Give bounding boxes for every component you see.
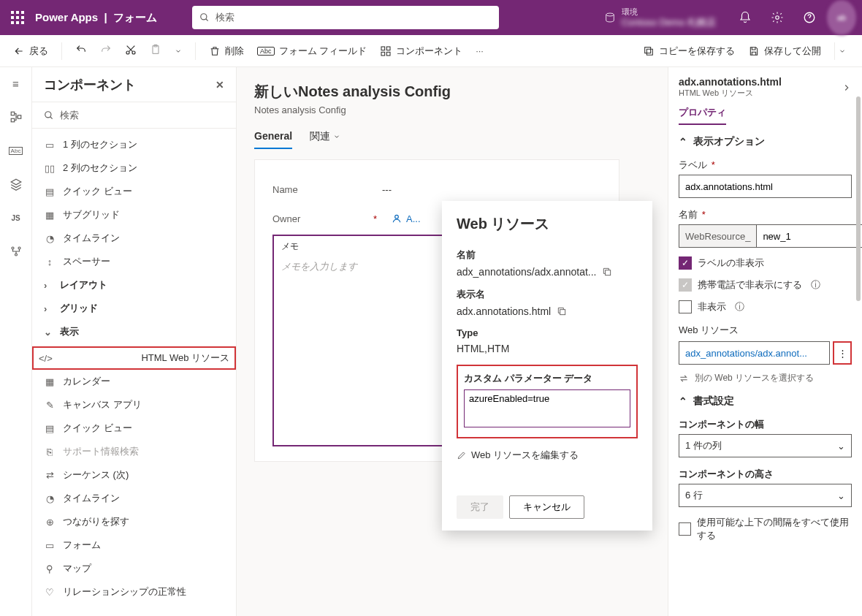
- user-avatar[interactable]: ab: [827, 0, 856, 35]
- list-item[interactable]: ▤クイック ビュー: [32, 180, 236, 203]
- svg-rect-23: [606, 270, 611, 275]
- field-name[interactable]: Name ---: [272, 175, 601, 204]
- page-title: 新しいNotes analysis Config: [254, 82, 650, 102]
- web-resource-more-button[interactable]: ⋮: [833, 341, 852, 365]
- scrollbar[interactable]: [856, 96, 861, 301]
- cut-button[interactable]: [125, 44, 137, 58]
- tab-general[interactable]: General: [254, 130, 292, 149]
- undo-icon: [75, 44, 87, 56]
- rail-code-icon[interactable]: JS: [4, 206, 28, 229]
- list-item[interactable]: ▭フォーム: [32, 533, 236, 557]
- group-display[interactable]: ⌄表示: [32, 320, 236, 343]
- list-item[interactable]: ▦カレンダー: [32, 370, 236, 393]
- settings-icon[interactable]: [763, 0, 792, 35]
- rail-layers-icon[interactable]: [4, 172, 28, 196]
- form-canvas: 新しいNotes analysis Config Notes analysis …: [237, 67, 668, 616]
- list-item[interactable]: ♡リレーションシップの正常性: [32, 580, 236, 604]
- component-button[interactable]: コンポーネント: [380, 45, 462, 58]
- environment-picker[interactable]: 環境 Contoso Demo 札幌店: [604, 7, 716, 28]
- undo-button[interactable]: [75, 44, 87, 58]
- components-panel-header: コンポーネント ✕: [32, 67, 236, 102]
- info-icon[interactable]: ⓘ: [735, 300, 744, 313]
- cancel-button[interactable]: キャンセル: [509, 495, 584, 519]
- notifications-icon[interactable]: [731, 0, 760, 35]
- chevron-down-icon[interactable]: [175, 47, 182, 55]
- section-display-options[interactable]: ⌃表示オプション: [679, 135, 852, 148]
- list-item[interactable]: ✎キャンバス アプリ: [32, 393, 236, 417]
- section-format[interactable]: ⌃書式設定: [679, 395, 852, 408]
- list-item[interactable]: ↕スペーサー: [32, 250, 236, 273]
- svg-rect-13: [645, 47, 651, 53]
- list-item[interactable]: ⇄シーケンス (次): [32, 463, 236, 487]
- form-field-icon: Abc: [257, 47, 275, 56]
- hide-checkbox[interactable]: 非表示ⓘ: [679, 300, 852, 313]
- copy-icon[interactable]: [602, 267, 612, 277]
- top-actions: ab: [731, 0, 856, 35]
- edit-web-resource-link[interactable]: Web リソースを編集する: [457, 449, 638, 462]
- properties-panel: adx.annotations.html HTML Web リソース プロパティ…: [668, 67, 862, 616]
- tab-properties[interactable]: プロパティ: [679, 106, 726, 125]
- list-item-html-web-resource[interactable]: </>HTML Web リソース: [32, 346, 236, 370]
- group-grid[interactable]: ›グリッド: [32, 297, 236, 320]
- app-launcher-icon[interactable]: [6, 6, 29, 29]
- list-item[interactable]: ▯▯2 列のセクション: [32, 156, 236, 180]
- svg-line-1: [206, 19, 208, 21]
- done-button[interactable]: 完了: [457, 495, 503, 519]
- list-item: ⎘サポート情報検索: [32, 440, 236, 463]
- paste-button[interactable]: [150, 44, 161, 58]
- rail-tree-icon[interactable]: [4, 105, 28, 129]
- back-button[interactable]: 戻る: [13, 45, 48, 58]
- svg-point-3: [776, 16, 779, 20]
- svg-line-21: [50, 116, 53, 118]
- save-publish-icon: [748, 45, 760, 57]
- list-item[interactable]: ▭1 列のセクション: [32, 133, 236, 156]
- svg-point-19: [15, 254, 17, 256]
- custom-parameter-highlight: カスタム パラメーター データ: [457, 365, 638, 438]
- delete-button[interactable]: 削除: [209, 45, 244, 58]
- back-arrow-icon: [13, 45, 25, 57]
- save-publish-button[interactable]: 保存して公開: [748, 45, 821, 58]
- info-icon[interactable]: ⓘ: [811, 278, 820, 292]
- list-item[interactable]: ▤クイック ビュー: [32, 417, 236, 440]
- components-panel: コンポーネント ✕ 検索 ▭1 列のセクション ▯▯2 列のセクション ▤クイッ…: [32, 67, 237, 616]
- form-field-button[interactable]: Abc フォーム フィールド: [257, 45, 367, 58]
- components-search[interactable]: 検索: [32, 102, 236, 129]
- save-split-chevron[interactable]: [834, 42, 849, 60]
- copy-icon[interactable]: [557, 306, 567, 316]
- svg-point-17: [12, 247, 14, 249]
- rail-data-icon[interactable]: [4, 240, 28, 263]
- close-icon[interactable]: ✕: [216, 79, 224, 91]
- label-input[interactable]: [679, 175, 852, 198]
- component-icon: [380, 45, 392, 57]
- chevron-right-icon[interactable]: [842, 83, 852, 93]
- list-item[interactable]: ▦サブグリッド: [32, 203, 236, 227]
- use-space-checkbox[interactable]: 使用可能な上下の間隔をすべて使用する: [679, 516, 852, 542]
- custom-parameter-input[interactable]: [464, 389, 630, 427]
- component-height-select[interactable]: 6 行⌄: [679, 484, 852, 507]
- help-icon[interactable]: [795, 0, 824, 35]
- list-item[interactable]: ◔タイムライン: [32, 487, 236, 510]
- rail-field-icon[interactable]: Abc: [4, 139, 28, 162]
- search-icon: [44, 110, 54, 121]
- hide-phone-checkbox[interactable]: ✓携帯電話で非表示にするⓘ: [679, 278, 852, 292]
- list-item[interactable]: ◔タイムライン: [32, 227, 236, 250]
- name-input[interactable]: [756, 224, 862, 248]
- command-bar: 戻る 削除 Abc フォーム フィールド コンポーネント ··· コピーを保存す…: [0, 35, 862, 67]
- rail-menu-icon[interactable]: ≡: [4, 72, 28, 95]
- component-width-select[interactable]: 1 件の列⌄: [679, 434, 852, 457]
- search-icon: [199, 12, 210, 23]
- svg-point-6: [132, 51, 135, 54]
- group-layout[interactable]: ›レイアウト: [32, 273, 236, 297]
- list-item[interactable]: ⚲マップ: [32, 557, 236, 580]
- select-other-web-resource[interactable]: 別の Web リソースを選択する: [679, 372, 852, 384]
- global-search[interactable]: 検索: [192, 6, 499, 29]
- list-item[interactable]: ⊕つながりを探す: [32, 510, 236, 533]
- hide-label-checkbox[interactable]: ✓ラベルの非表示: [679, 256, 852, 270]
- cut-icon: [125, 44, 137, 56]
- page-subtitle: Notes analysis Config: [254, 104, 650, 115]
- redo-button[interactable]: [100, 44, 112, 58]
- tab-related[interactable]: 関連: [310, 130, 340, 149]
- web-resource-value[interactable]: adx_annotations/adx.annot...: [679, 341, 830, 365]
- save-copy-button[interactable]: コピーを保存する: [643, 45, 735, 58]
- overflow-button[interactable]: ···: [476, 45, 484, 56]
